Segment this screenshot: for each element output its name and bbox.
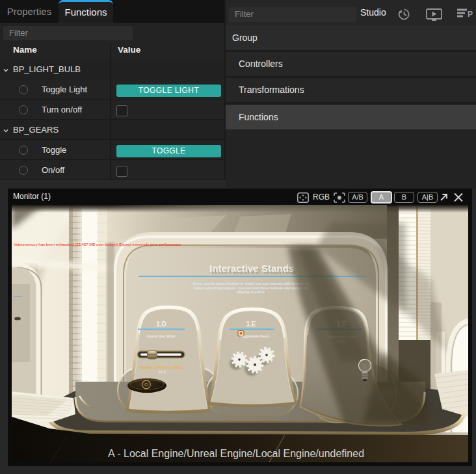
svg-text:Number of Pixels in Row:: Number of Pixels in Row: xyxy=(140,365,183,369)
svg-text:make something happen. You can: make something happen. You can test thes… xyxy=(194,286,309,290)
svg-text:Interactive Stands: Interactive Stands xyxy=(209,263,294,274)
svg-text:Toggleable Gears: Toggleable Gears xyxy=(240,334,270,338)
svg-text:1.D: 1.D xyxy=(156,321,166,328)
svg-text:1.E: 1.E xyxy=(246,321,256,328)
svg-text:Some stands have a button or s: Some stands have a button or slider you … xyxy=(192,282,310,285)
svg-text:Interactive Slider: Interactive Slider xyxy=(147,334,176,338)
svg-text:P: P xyxy=(468,10,473,19)
svg-text:playing in editor.: playing in editor. xyxy=(237,290,265,294)
svg-text:Videomemory has been exhausted: Videomemory has been exhausted (23.457 M… xyxy=(14,243,182,246)
svg-text:21.9: 21.9 xyxy=(159,370,166,374)
